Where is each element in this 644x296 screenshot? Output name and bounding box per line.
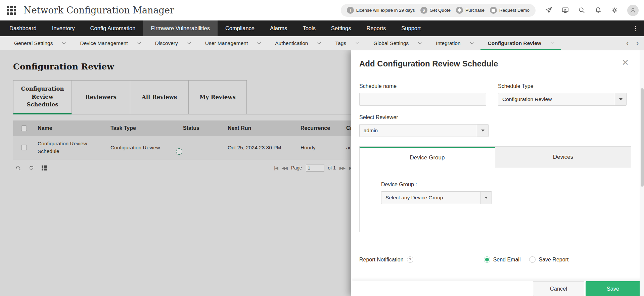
license-text: License will expire in 29 days (356, 8, 415, 13)
subnav-general-settings[interactable]: General Settings (7, 36, 73, 50)
subnav-configuration-review[interactable]: Configuration Review (480, 36, 561, 50)
radio-unselected-icon (529, 256, 536, 263)
first-page-icon[interactable]: |◀ (274, 165, 278, 170)
close-icon[interactable]: × (622, 56, 629, 68)
select-all-checkbox[interactable] (21, 126, 27, 131)
chevron-down-icon (480, 192, 492, 204)
license-info: ! License will expire in 29 days (347, 7, 415, 14)
col-name: Name (35, 125, 108, 131)
schedule-name-input[interactable] (359, 93, 486, 106)
request-demo-button[interactable]: Request Demo (490, 7, 530, 14)
row-checkbox[interactable] (21, 145, 27, 150)
prev-page-icon[interactable]: ◀◀ (282, 165, 287, 170)
device-group-select[interactable]: Select any Device Group (381, 191, 492, 204)
main-nav: Dashboard Inventory Config Automation Fi… (0, 20, 644, 36)
chevron-down-icon (62, 41, 66, 44)
device-group-label: Device Group : (381, 182, 631, 188)
col-task-type: Task Type (108, 125, 181, 131)
settings-subnav: General Settings Device Management Disco… (0, 36, 644, 50)
cell-recurrence: Hourly (296, 145, 343, 151)
tab-all-reviews[interactable]: All Reviews (130, 80, 188, 114)
schedule-name-label: Schedule name (359, 83, 486, 89)
next-page-icon[interactable]: ▶▶ (339, 165, 345, 170)
cancel-button[interactable]: Cancel (533, 281, 584, 296)
subnav-tags[interactable]: Tags (328, 36, 366, 50)
page-label: Page (291, 165, 302, 170)
demo-screen-icon[interactable] (561, 6, 569, 14)
gear-icon[interactable] (611, 6, 618, 14)
table-search-icon[interactable] (15, 165, 21, 171)
apps-grid-icon[interactable] (7, 6, 16, 15)
panel-title: Add Configuration Review Schedule (359, 59, 627, 68)
user-avatar[interactable] (627, 5, 639, 16)
bell-icon[interactable] (594, 6, 602, 14)
tab-my-reviews[interactable]: My Reviews (188, 80, 247, 114)
tab-device-group[interactable]: Device Group (360, 147, 495, 167)
tag-icon (456, 7, 463, 14)
nav-reports[interactable]: Reports (359, 20, 394, 36)
col-next-run: Next Run (224, 125, 296, 131)
chevron-down-icon (477, 125, 488, 137)
chevron-down-icon (356, 41, 359, 44)
save-button[interactable]: Save (586, 281, 640, 296)
tab-devices[interactable]: Devices (495, 147, 631, 167)
tab-configuration-review-schedules[interactable]: Configuration Review Schedules (13, 80, 72, 114)
subnav-user-management[interactable]: User Management (198, 36, 268, 50)
license-pill: ! License will expire in 29 days $ Get Q… (341, 4, 536, 17)
nav-dashboard[interactable]: Dashboard (2, 20, 44, 36)
chevron-down-icon (137, 41, 141, 44)
license-icon: ! (347, 7, 354, 14)
radio-selected-icon (484, 256, 490, 263)
nav-overflow-icon[interactable]: ⋮ (627, 20, 644, 36)
report-notification-label: Report Notification (359, 257, 404, 263)
subnav-device-management[interactable]: Device Management (73, 36, 147, 50)
panel-footer: Cancel Save (351, 281, 644, 296)
col-recurrence: Recurrence (296, 125, 343, 131)
subnav-scroll-right-icon[interactable]: › (636, 39, 639, 48)
get-quote-button[interactable]: $ Get Quote (420, 7, 451, 14)
cell-next-run: Oct 25, 2024 23:30 PM (224, 145, 296, 151)
nav-firmware-vulnerabilities[interactable]: Firmware Vulnerabilities (143, 20, 217, 36)
subnav-authentication[interactable]: Authentication (268, 36, 328, 50)
tab-filler (247, 80, 351, 114)
search-icon[interactable] (578, 6, 586, 14)
chevron-down-icon (615, 93, 626, 105)
review-tabs: Configuration Review Schedules Reviewers… (13, 80, 351, 114)
subnav-scroll-left-icon[interactable]: ‹ (626, 39, 629, 48)
scrollbar-thumb[interactable] (641, 88, 644, 187)
page-number-input[interactable] (306, 164, 324, 172)
chevron-down-icon (551, 41, 554, 44)
nav-config-automation[interactable]: Config Automation (83, 20, 143, 36)
refresh-icon[interactable] (29, 165, 34, 171)
nav-compliance[interactable]: Compliance (218, 20, 262, 36)
nav-support[interactable]: Support (394, 20, 428, 36)
chevron-down-icon (318, 41, 321, 44)
column-chooser-icon[interactable] (42, 165, 47, 170)
top-header: Network Configuration Manager ! License … (0, 0, 644, 20)
radio-send-email[interactable]: Send Email (484, 256, 521, 263)
table-row: Configuration Review Schedule Configurat… (13, 136, 390, 159)
schedule-type-select[interactable]: Configuration Review (498, 93, 627, 106)
subnav-discovery[interactable]: Discovery (148, 36, 198, 50)
help-icon[interactable]: ? (407, 256, 413, 263)
radio-save-report[interactable]: Save Report (529, 256, 568, 263)
subnav-global-settings[interactable]: Global Settings (366, 36, 428, 50)
pagination: |◀ ◀◀ Page of 1 ▶▶ ▶| (274, 164, 353, 172)
device-selection-card: Device Group Devices Device Group : Sele… (359, 146, 631, 232)
nav-settings[interactable]: Settings (323, 20, 359, 36)
panel-scrollbar[interactable] (640, 50, 644, 296)
chevron-down-icon (418, 41, 422, 44)
chevron-down-icon (187, 41, 191, 44)
tab-reviewers[interactable]: Reviewers (72, 80, 130, 114)
dollar-icon: $ (420, 7, 427, 14)
paper-plane-icon[interactable] (545, 6, 553, 14)
nav-tools[interactable]: Tools (295, 20, 323, 36)
page-of-label: of 1 (328, 165, 336, 170)
purchase-button[interactable]: Purchase (456, 7, 485, 14)
nav-alarms[interactable]: Alarms (262, 20, 295, 36)
nav-inventory[interactable]: Inventory (44, 20, 83, 36)
person-icon (629, 7, 637, 14)
subnav-integration[interactable]: Integration (428, 36, 480, 50)
col-status: Status (181, 125, 224, 131)
reviewer-select[interactable]: admin (359, 124, 489, 137)
